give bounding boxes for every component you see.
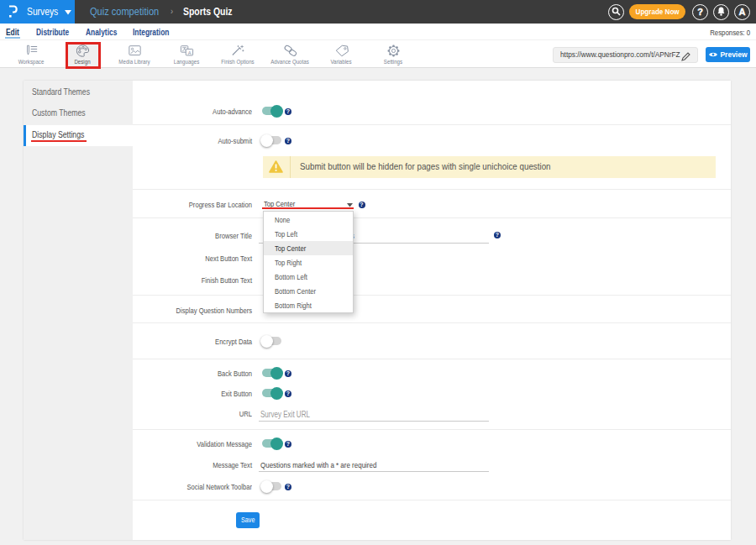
svg-text:A: A [187,50,191,55]
